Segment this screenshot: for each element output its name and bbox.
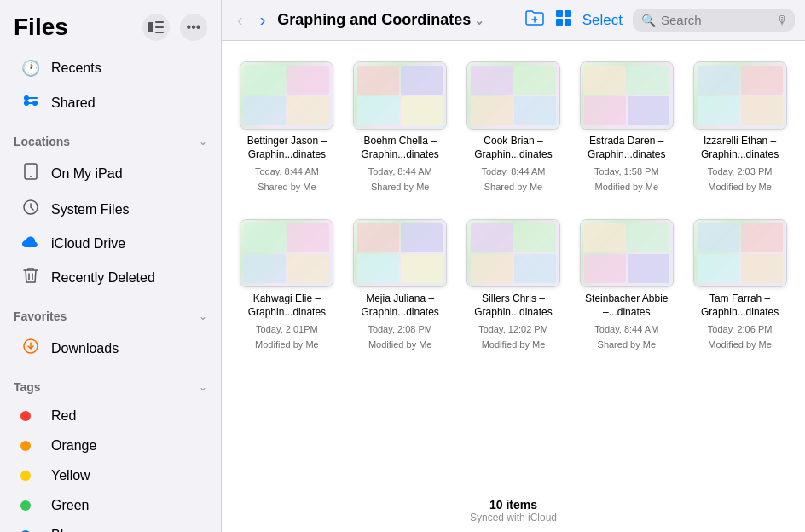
file-item[interactable]: Steinbacher Abbie –...dinates Today, 8:4… <box>575 212 678 356</box>
file-date: Today, 2:01PM <box>256 324 318 334</box>
file-name: Bettinger Jason – Graphin...dinates <box>240 135 333 161</box>
file-item[interactable]: Tam Farrah – Graphin...dinates Today, 2:… <box>688 212 791 356</box>
file-name: Tam Farrah – Graphin...dinates <box>693 292 787 319</box>
file-status: Modified by Me <box>482 339 546 350</box>
file-status: Modified by Me <box>708 339 772 350</box>
sidebar-item-tag-blue[interactable]: Blue <box>7 521 214 532</box>
ellipsis-icon: ••• <box>187 20 201 35</box>
locations-section: On My iPad System Files iCloud Drive <box>0 152 221 299</box>
clock-icon: 🕐 <box>20 59 41 78</box>
file-date: Today, 2:03 PM <box>708 166 773 176</box>
sidebar-title: Files <box>14 14 68 41</box>
file-item[interactable]: Mejia Juliana – Graphin...dinates Today,… <box>349 212 452 356</box>
file-thumbnail <box>693 219 787 287</box>
file-name: Boehm Chella – Graphin...dinates <box>353 135 447 161</box>
tags-section-header: Tags ⌄ <box>0 370 221 397</box>
sidebar-main-section: 🕐 Recents Shared <box>0 48 221 124</box>
sidebar-item-label-tag: Orange <box>51 438 96 454</box>
svg-rect-3 <box>155 32 164 33</box>
sidebar-header: Files ••• <box>0 0 221 48</box>
file-date: Today, 2:08 PM <box>368 324 432 334</box>
sidebar-item-downloads[interactable]: Downloads <box>7 331 214 366</box>
file-item[interactable]: Izzarelli Ethan – Graphin...dinates Toda… <box>688 55 791 199</box>
search-bar[interactable]: 🔍 🎙 <box>633 9 795 32</box>
sidebar: Files ••• 🕐 Recents <box>0 0 222 532</box>
file-date: Today, 12:02 PM <box>478 324 548 334</box>
sidebar-toggle-button[interactable] <box>142 14 170 41</box>
file-status: Shared by Me <box>258 182 316 192</box>
sidebar-item-tag-green[interactable]: Green <box>7 491 214 520</box>
file-item[interactable]: Bettinger Jason – Graphin...dinates Toda… <box>235 55 339 199</box>
forward-button[interactable]: › <box>255 7 271 33</box>
sidebar-item-label-recently-deleted: Recently Deleted <box>51 270 155 286</box>
sidebar-item-tag-red[interactable]: Red <box>7 402 214 431</box>
item-count: 10 items <box>230 498 796 512</box>
mic-icon[interactable]: 🎙 <box>777 14 789 27</box>
topbar-actions: Select 🔍 🎙 <box>524 9 795 32</box>
svg-point-8 <box>24 101 29 106</box>
file-thumbnail <box>580 219 674 287</box>
view-toggle-button[interactable] <box>555 9 572 31</box>
file-date: Today, 8:44 AM <box>594 324 658 334</box>
sidebar-item-label-tag: Yellow <box>51 468 90 483</box>
sidebar-item-label-tag: Red <box>51 408 76 424</box>
file-thumbnail <box>466 219 560 287</box>
svg-point-7 <box>32 101 38 106</box>
sidebar-item-tag-orange[interactable]: Orange <box>7 431 214 460</box>
file-item[interactable]: Cook Brian – Graphin...dinates Today, 8:… <box>462 55 565 199</box>
sidebar-item-label-tag: Green <box>51 498 89 513</box>
file-status: Modified by Me <box>708 182 772 192</box>
favorites-title: Favorites <box>14 309 67 323</box>
file-item[interactable]: Boehm Chella – Graphin...dinates Today, … <box>349 55 452 199</box>
sidebar-item-label-icloud: iCloud Drive <box>51 236 125 252</box>
sidebar-item-label-downloads: Downloads <box>51 341 119 356</box>
sidebar-item-recents[interactable]: 🕐 Recents <box>7 52 214 84</box>
sidebar-item-tag-yellow[interactable]: Yellow <box>7 461 214 490</box>
footer: 10 items Synced with iCloud <box>222 489 805 532</box>
file-date: Today, 8:44 AM <box>481 166 545 176</box>
sidebar-item-shared[interactable]: Shared <box>7 85 214 120</box>
file-status: Shared by Me <box>598 339 656 350</box>
file-item[interactable]: Kahwagi Elie – Graphin...dinates Today, … <box>235 212 339 356</box>
system-files-icon <box>20 199 41 220</box>
svg-rect-2 <box>155 26 164 28</box>
svg-rect-0 <box>148 22 153 32</box>
sidebar-item-label-system: System Files <box>51 202 130 217</box>
file-item[interactable]: Estrada Daren – Graphin...dinates Today,… <box>575 55 678 199</box>
tags-title: Tags <box>14 380 41 394</box>
sidebar-item-system-files[interactable]: System Files <box>7 192 214 227</box>
search-input[interactable] <box>661 13 772 27</box>
new-folder-button[interactable] <box>524 9 545 31</box>
tag-dot-icon <box>20 441 41 451</box>
file-status: Modified by Me <box>255 339 319 350</box>
select-button[interactable]: Select <box>582 12 623 29</box>
file-date: Today, 8:44 AM <box>255 166 319 176</box>
sidebar-item-ipad[interactable]: On My iPad <box>7 156 214 191</box>
back-button[interactable]: ‹ <box>232 7 248 33</box>
sync-status: Synced with iCloud <box>230 512 796 523</box>
locations-section-header: Locations ⌄ <box>0 124 221 152</box>
file-grid-container: Bettinger Jason – Graphin...dinates Toda… <box>222 41 805 489</box>
file-name: Sillers Chris – Graphin...dinates <box>466 292 560 319</box>
tag-dot-icon <box>20 411 41 421</box>
file-thumbnail <box>240 219 333 287</box>
sidebar-more-button[interactable]: ••• <box>180 14 207 41</box>
file-name: Cook Brian – Graphin...dinates <box>466 135 560 161</box>
sidebar-item-icloud[interactable]: iCloud Drive <box>7 228 214 259</box>
sidebar-item-label-ipad: On My iPad <box>51 166 123 182</box>
tags-section: Red Orange Yellow Green Blue <box>0 397 221 532</box>
file-item[interactable]: Sillers Chris – Graphin...dinates Today,… <box>462 212 565 356</box>
sidebar-item-recently-deleted[interactable]: Recently Deleted <box>7 260 214 295</box>
svg-rect-14 <box>565 10 571 17</box>
svg-point-6 <box>24 95 29 101</box>
file-date: Today, 2:06 PM <box>708 324 773 334</box>
file-name: Estrada Daren – Graphin...dinates <box>580 135 674 161</box>
file-grid: Bettinger Jason – Graphin...dinates Toda… <box>235 55 791 356</box>
file-thumbnail <box>353 219 447 287</box>
breadcrumb: Graphing and Coordinates ⌄ <box>277 11 484 29</box>
search-icon: 🔍 <box>641 14 656 27</box>
breadcrumb-chevron-icon[interactable]: ⌄ <box>474 14 484 27</box>
trash-icon <box>20 267 41 288</box>
sidebar-item-label-recents: Recents <box>51 61 101 76</box>
file-thumbnail <box>693 61 787 130</box>
